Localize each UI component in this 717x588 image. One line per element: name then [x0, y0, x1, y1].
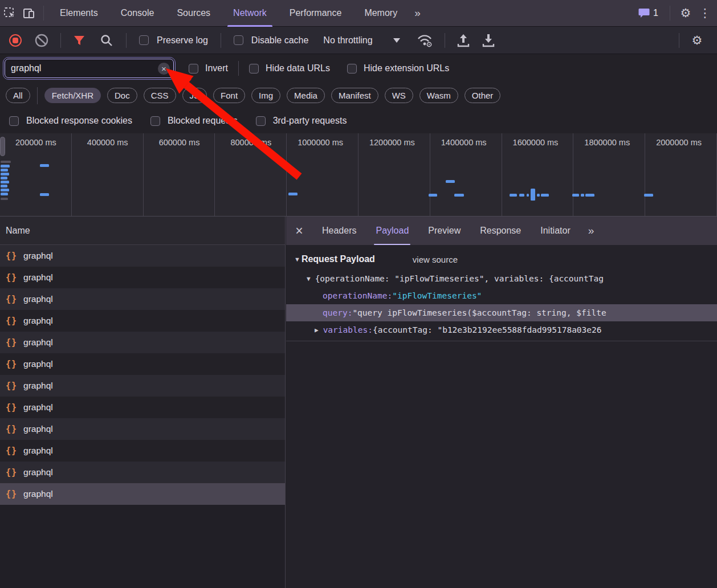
waterfall-bar: [531, 189, 535, 201]
collapse-section-icon[interactable]: ▼: [294, 256, 300, 263]
view-source-link[interactable]: view source: [413, 255, 458, 264]
network-request-row[interactable]: {}graphql: [0, 310, 285, 332]
invert-checkbox[interactable]: [189, 64, 198, 74]
toolbar-divider: [238, 61, 239, 76]
expand-variables-icon[interactable]: ▶: [315, 326, 319, 334]
throttling-select[interactable]: No throttling: [323, 35, 372, 46]
network-request-row[interactable]: {}graphql: [0, 332, 285, 353]
network-request-row[interactable]: {}graphql: [0, 353, 285, 375]
issues-counter[interactable]: 1: [638, 8, 658, 18]
chip-all[interactable]: All: [6, 88, 30, 103]
chip-fetch-xhr[interactable]: Fetch/XHR: [44, 88, 101, 103]
tab-initiator[interactable]: Initiator: [531, 217, 580, 245]
network-request-row[interactable]: {}graphql: [0, 375, 285, 397]
chip-js[interactable]: JS: [182, 88, 207, 103]
third-party-requests-label: 3rd-party requests: [273, 116, 347, 126]
chip-wasm[interactable]: Wasm: [419, 88, 458, 103]
name-column-header[interactable]: Name: [0, 217, 285, 245]
network-request-row[interactable]: {}graphql: [0, 440, 285, 462]
devtools-window: Elements Console Sources Network Perform…: [0, 0, 717, 588]
tab-memory[interactable]: Memory: [353, 0, 409, 27]
hide-extension-urls-checkbox[interactable]: [347, 64, 357, 74]
more-tabs-icon[interactable]: »: [409, 7, 425, 19]
clear-filter-icon[interactable]: ×: [158, 63, 170, 75]
blocked-response-cookies-checkbox[interactable]: [9, 116, 19, 126]
tab-network[interactable]: Network: [222, 0, 278, 27]
network-request-row[interactable]: {}graphql: [0, 288, 285, 310]
waterfall-bar: [1, 185, 7, 187]
devtools-main-toolbar: Elements Console Sources Network Perform…: [0, 0, 717, 27]
network-request-row[interactable]: {}graphql: [0, 418, 285, 440]
blocked-requests-checkbox[interactable]: [150, 116, 160, 126]
export-har-icon[interactable]: [482, 33, 495, 48]
waterfall-bar: [644, 194, 653, 197]
chip-doc[interactable]: Doc: [107, 88, 137, 103]
filter-input[interactable]: [11, 63, 154, 74]
third-party-requests-checkbox[interactable]: [256, 116, 266, 126]
search-icon[interactable]: [100, 34, 113, 47]
json-braces-icon: {}: [6, 294, 17, 304]
waterfall-bar: [541, 194, 549, 197]
request-name: graphql: [23, 251, 53, 261]
kebab-menu-icon[interactable]: ⋮: [695, 3, 715, 23]
network-request-row[interactable]: {}graphql: [0, 397, 285, 418]
chip-ws[interactable]: WS: [385, 88, 413, 103]
payload-root-row[interactable]: ▼ {operationName: "ipFlowTimeseries", va…: [286, 270, 717, 287]
filter-icon[interactable]: [72, 34, 86, 47]
network-request-row[interactable]: {}graphql: [0, 462, 285, 483]
invert-label: Invert: [205, 63, 228, 74]
chip-font[interactable]: Font: [213, 88, 245, 103]
network-request-row[interactable]: {}graphql: [0, 483, 285, 505]
details-tab-bar: × Headers Payload Preview Response Initi…: [286, 217, 717, 245]
record-network-log-button[interactable]: [9, 34, 22, 47]
payload-variables-row[interactable]: ▶ variables: {accountTag: "b12e3b2192ee5…: [286, 321, 717, 338]
waterfall-bar: [446, 180, 455, 183]
disable-cache-checkbox[interactable]: [234, 35, 243, 45]
preserve-log-checkbox[interactable]: [139, 35, 149, 45]
chip-css[interactable]: CSS: [144, 88, 176, 103]
hide-extension-urls-label: Hide extension URLs: [364, 63, 449, 74]
import-har-icon[interactable]: [457, 33, 470, 48]
payload-query-row[interactable]: query: "query ipFlowTimeseries($accountT…: [286, 304, 717, 321]
waterfall-bar: [429, 194, 437, 197]
chip-media[interactable]: Media: [287, 88, 325, 103]
tab-preview[interactable]: Preview: [418, 217, 470, 245]
collapse-object-icon[interactable]: ▼: [307, 275, 311, 283]
inspect-element-icon[interactable]: [0, 3, 19, 23]
request-name: graphql: [23, 424, 53, 434]
network-settings-gear-icon[interactable]: ⚙: [687, 31, 707, 50]
network-overview-timeline[interactable]: 200000 ms400000 ms600000 ms800000 ms1000…: [0, 133, 717, 217]
more-details-tabs-icon[interactable]: »: [582, 224, 599, 237]
tab-elements[interactable]: Elements: [48, 0, 109, 27]
tab-response[interactable]: Response: [470, 217, 531, 245]
clear-network-log-icon[interactable]: [34, 33, 49, 48]
chip-manifest[interactable]: Manifest: [331, 88, 378, 103]
tab-performance[interactable]: Performance: [278, 0, 353, 27]
payload-operation-row[interactable]: operationName: "ipFlowTimeseries": [286, 287, 717, 304]
network-request-row[interactable]: {}graphql: [0, 267, 285, 288]
chip-img[interactable]: Img: [251, 88, 280, 103]
throttling-caret-icon[interactable]: [393, 38, 400, 43]
timeline-tick-label: 1200000 ms: [358, 133, 430, 216]
request-name: graphql: [23, 337, 53, 348]
tab-sources[interactable]: Sources: [165, 0, 222, 27]
chip-divider: [37, 87, 38, 104]
close-details-icon[interactable]: ×: [286, 223, 312, 239]
network-request-row[interactable]: {}graphql: [0, 245, 285, 267]
network-filter-row: × Invert Hide data URLs Hide extension U…: [0, 54, 717, 83]
json-braces-icon: {}: [6, 381, 17, 391]
tab-headers[interactable]: Headers: [312, 217, 366, 245]
request-name: graphql: [23, 272, 53, 283]
hide-data-urls-checkbox[interactable]: [249, 64, 259, 74]
request-name: graphql: [23, 316, 53, 326]
tab-console[interactable]: Console: [109, 0, 166, 27]
device-toolbar-icon[interactable]: [19, 3, 39, 23]
tab-payload[interactable]: Payload: [366, 217, 418, 245]
json-braces-icon: {}: [6, 489, 17, 499]
request-name: graphql: [23, 489, 53, 499]
timeline-ticks: 200000 ms400000 ms600000 ms800000 ms1000…: [0, 133, 717, 216]
chip-other[interactable]: Other: [465, 88, 501, 103]
settings-gear-icon[interactable]: ⚙: [676, 3, 695, 23]
network-conditions-icon[interactable]: [416, 33, 433, 48]
timeline-scroll-grip[interactable]: [0, 137, 5, 156]
